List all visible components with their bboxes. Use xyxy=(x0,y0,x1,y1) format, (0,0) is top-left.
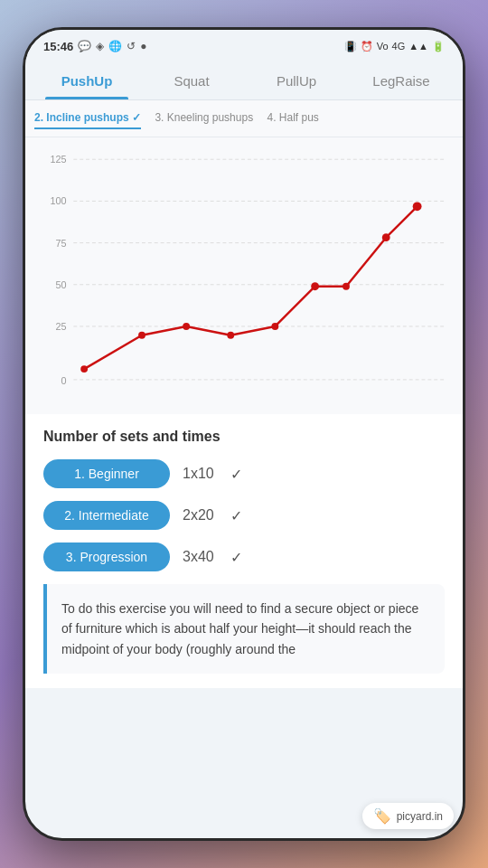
picard-label: picyard.in xyxy=(397,810,443,823)
svg-text:125: 125 xyxy=(50,154,66,165)
picard-badge: 🏷️ picyard.in xyxy=(362,803,454,829)
alarm-icon: ⏰ xyxy=(361,41,373,52)
level-row-intermediate: 2. Intermediate 2x20 ✓ xyxy=(43,501,445,530)
progression-badge[interactable]: 3. Progression xyxy=(43,542,170,571)
separator1 xyxy=(146,108,149,129)
status-right: 📳 ⏰ Vo 4G ▲▲ 🔋 xyxy=(344,41,445,52)
sub-tab-kneeling[interactable]: 3. Kneeling pushups xyxy=(155,108,253,129)
beginner-value: 1x10 xyxy=(183,466,214,482)
description-text: To do this exercise you will need to fin… xyxy=(61,599,430,659)
intermediate-value: 2x20 xyxy=(183,507,214,524)
chart-svg: 125 100 75 50 25 0 xyxy=(40,146,448,400)
content-area: Number of sets and times 1. Beginner 1x1… xyxy=(25,414,463,688)
picard-icon: 🏷️ xyxy=(373,807,391,825)
whatsapp-icon: 💬 xyxy=(78,40,91,52)
level-row-beginner: 1. Beginner 1x10 ✓ xyxy=(43,459,445,488)
globe-icon: 🌐 xyxy=(108,40,122,52)
section-title: Number of sets and times xyxy=(43,429,445,445)
battery-icon: 🔋 xyxy=(432,41,445,52)
status-left: 15:46 💬 ◈ 🌐 ↺ ● xyxy=(43,40,147,53)
tab-pullup[interactable]: PullUp xyxy=(244,62,349,99)
phone-frame: 15:46 💬 ◈ 🌐 ↺ ● 📳 ⏰ Vo 4G ▲▲ 🔋 PushUp Sq… xyxy=(23,27,465,841)
chart-container: 125 100 75 50 25 0 xyxy=(25,137,463,414)
status-bar: 15:46 💬 ◈ 🌐 ↺ ● 📳 ⏰ Vo 4G ▲▲ 🔋 xyxy=(25,30,463,62)
svg-point-16 xyxy=(271,323,278,330)
svg-point-13 xyxy=(138,332,145,339)
network-icon: Vo xyxy=(377,41,389,52)
chart-area: 125 100 75 50 25 0 xyxy=(40,146,448,400)
svg-text:0: 0 xyxy=(61,375,66,386)
svg-text:25: 25 xyxy=(55,321,66,332)
tab-squat[interactable]: Squat xyxy=(139,62,244,99)
tab-bar: PushUp Squat PullUp LegRaise xyxy=(25,62,463,100)
signal-icon: ▲▲ xyxy=(408,41,428,52)
separator2 xyxy=(258,108,261,129)
lte-icon: 4G xyxy=(392,41,406,52)
intermediate-check: ✓ xyxy=(230,507,242,524)
svg-text:75: 75 xyxy=(55,238,66,249)
intermediate-badge[interactable]: 2. Intermediate xyxy=(43,501,170,530)
sub-tab-incline[interactable]: 2. Incline pushups ✓ xyxy=(34,108,141,129)
svg-text:100: 100 xyxy=(50,195,66,206)
vibrate-icon: 📳 xyxy=(344,41,357,52)
description-box: To do this exercise you will need to fin… xyxy=(43,584,445,674)
svg-point-14 xyxy=(183,323,190,330)
svg-point-17 xyxy=(311,282,319,290)
dot-indicator: ● xyxy=(140,40,146,52)
svg-point-19 xyxy=(382,233,390,241)
svg-point-12 xyxy=(80,365,88,373)
beginner-badge[interactable]: 1. Beginner xyxy=(43,459,170,488)
beginner-check: ✓ xyxy=(230,466,242,483)
progression-check: ✓ xyxy=(230,549,242,566)
progression-value: 3x40 xyxy=(183,549,214,565)
sub-tab-bar: 2. Incline pushups ✓ 3. Kneeling pushups… xyxy=(25,100,463,137)
time-display: 15:46 xyxy=(43,40,73,53)
svg-point-20 xyxy=(413,202,422,211)
location-icon: ◈ xyxy=(96,40,104,52)
svg-point-15 xyxy=(227,332,234,339)
level-row-progression: 3. Progression 3x40 ✓ xyxy=(43,542,445,571)
sub-tab-half[interactable]: 4. Half pus xyxy=(267,108,318,129)
tab-legraise[interactable]: LegRaise xyxy=(349,62,454,99)
sync-icon: ↺ xyxy=(127,40,136,52)
svg-text:50: 50 xyxy=(55,279,66,290)
tab-pushup[interactable]: PushUp xyxy=(34,62,139,99)
svg-point-18 xyxy=(343,283,350,290)
